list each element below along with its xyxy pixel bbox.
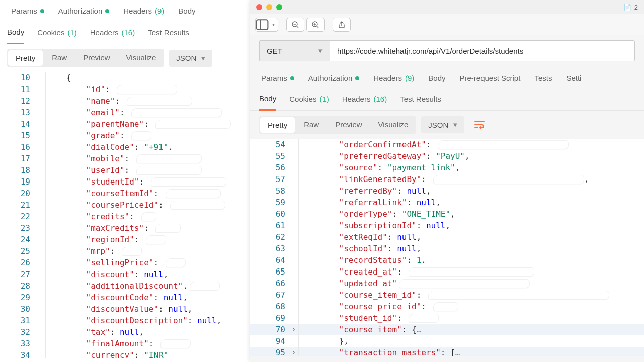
code-content: "courseItemId": — [64, 188, 221, 199]
tab-body[interactable]: Body — [178, 7, 195, 15]
code-content: "linkGeneratedBy": , — [317, 173, 589, 185]
close-window-button[interactable] — [256, 4, 262, 10]
code-content: "grade": — [64, 130, 151, 141]
line-number: 31 — [0, 315, 36, 326]
fold-gutter — [289, 243, 298, 254]
code-line: 29 "discountCode": null, — [0, 292, 250, 303]
code-line: 54 "orderConfirmedAt": — [250, 139, 644, 150]
indent-guides — [298, 347, 317, 356]
url-input[interactable]: https://code.whitehatjr.com/api/V1/order… — [330, 40, 635, 61]
line-number: 20 — [0, 188, 36, 199]
fold-gutter — [36, 303, 45, 315]
view-raw[interactable]: Raw — [296, 116, 327, 134]
code-line: 67 "course_item_id": — [250, 289, 644, 301]
chevron-right-icon: › — [292, 324, 295, 335]
response-body-code[interactable]: 54 "orderConfirmedAt": 55 "preferredGate… — [250, 139, 644, 356]
code-line: 66 "updated_at" — [250, 278, 644, 289]
response-body-code[interactable]: 10{11 "id": 12 "name": 13 "email": 14 "p… — [0, 72, 250, 358]
view-pretty[interactable]: Pretty — [260, 117, 295, 133]
code-content: "course_price_id": — [317, 301, 458, 312]
tab-settings[interactable]: Setti — [566, 74, 581, 82]
line-number: 63 — [250, 243, 289, 254]
indent-guides — [298, 254, 317, 266]
share-button[interactable] — [333, 18, 351, 32]
indent-guides — [298, 289, 317, 301]
resp-tab-cookies[interactable]: Cookies(1) — [289, 95, 329, 104]
line-number: 19 — [0, 176, 36, 188]
chevron-right-icon: › — [292, 347, 295, 356]
code-line: 20 "courseItemId": — [0, 188, 250, 199]
tab-headers[interactable]: Headers(9) — [373, 74, 414, 82]
indent-guides — [45, 268, 64, 280]
code-content: "finalAmount": — [64, 338, 191, 349]
view-raw[interactable]: Raw — [44, 49, 75, 67]
code-line: 23 "maxCredits": — [0, 222, 250, 234]
line-wrap-toggle[interactable] — [469, 116, 490, 134]
indent-guides — [298, 150, 317, 162]
tab-headers[interactable]: Headers(9) — [123, 7, 164, 15]
line-number: 13 — [0, 107, 36, 118]
tab-params[interactable]: Params — [11, 7, 44, 15]
request-tabs: Params Authorization Headers(9) Body Pre… — [250, 68, 644, 88]
tab-params[interactable]: Params — [261, 74, 294, 82]
code-content: "name": — [64, 95, 192, 107]
zoom-out-button[interactable] — [286, 18, 304, 32]
resp-tab-body[interactable]: Body — [259, 94, 276, 104]
resp-tab-headers[interactable]: Headers(16) — [90, 28, 135, 38]
view-pretty[interactable]: Pretty — [8, 50, 43, 66]
view-preview[interactable]: Preview — [327, 116, 370, 134]
minimize-window-button[interactable] — [266, 4, 272, 10]
format-select[interactable]: JSON ▾ — [421, 116, 464, 133]
code-content: "course_item": {… — [317, 324, 421, 335]
svg-line-6 — [317, 26, 318, 28]
tab-authorization[interactable]: Authorization — [58, 7, 110, 15]
line-number: 61 — [250, 220, 289, 231]
view-visualize[interactable]: Visualize — [118, 49, 165, 67]
indent-guides — [45, 141, 64, 153]
response-tabs: Body Cookies(1) Headers(16) Test Results — [0, 22, 250, 44]
view-visualize[interactable]: Visualize — [370, 116, 417, 134]
status-dot-icon — [290, 76, 294, 80]
fold-gutter[interactable]: › — [289, 347, 298, 356]
http-method-select[interactable]: GET ▾ — [259, 40, 330, 61]
format-select[interactable]: JSON ▾ — [169, 50, 212, 67]
code-content: "coursePriceId": — [64, 199, 225, 211]
zoom-in-button[interactable] — [306, 18, 325, 32]
svg-rect-0 — [257, 20, 268, 30]
resp-tab-test-results[interactable]: Test Results — [148, 28, 189, 38]
code-line: 69 "student_id": — [250, 312, 644, 324]
resp-tab-cookies[interactable]: Cookies(1) — [37, 28, 77, 38]
code-line: 18 "userId": — [0, 164, 250, 176]
tab-pre-request-script[interactable]: Pre-request Script — [460, 74, 521, 82]
code-content: "studentId": — [64, 176, 226, 188]
indent-guides — [45, 72, 64, 83]
resp-tab-test-results[interactable]: Test Results — [400, 95, 441, 104]
fold-gutter[interactable]: › — [289, 324, 298, 335]
sidebar-toggle[interactable]: ▾ — [255, 18, 278, 32]
tab-tests[interactable]: Tests — [534, 74, 552, 82]
indent-guides — [45, 118, 64, 130]
view-preview[interactable]: Preview — [75, 49, 118, 67]
code-content: "subscriptionId": null, — [317, 220, 450, 231]
fold-gutter — [289, 162, 298, 173]
code-line: 62 "extReqId": null, — [250, 231, 644, 243]
maximize-window-button[interactable] — [276, 4, 282, 10]
code-line: 60 "orderType": "ONE_TIME", — [250, 208, 644, 220]
redacted-value — [155, 120, 231, 129]
code-content: "discountValue": null, — [64, 303, 192, 315]
indent-guides — [298, 231, 317, 243]
code-content: "discountDescription": null, — [64, 315, 221, 326]
code-line: 95› "transaction_masters": [… — [250, 347, 644, 356]
code-content: "referredBy": null, — [317, 185, 431, 197]
tab-authorization[interactable]: Authorization — [308, 74, 360, 82]
redacted-value — [399, 279, 530, 288]
resp-tab-body[interactable]: Body — [7, 28, 24, 37]
tab-body[interactable]: Body — [428, 74, 445, 82]
indent-guides — [45, 245, 64, 257]
resp-tab-headers[interactable]: Headers(16) — [342, 95, 387, 104]
fold-gutter — [36, 222, 45, 234]
line-number: 10 — [0, 72, 36, 83]
indent-guides — [45, 315, 64, 326]
background-window: Params Authorization Headers(9) Body Bod… — [0, 0, 250, 362]
code-line: 57 "linkGeneratedBy": , — [250, 173, 644, 185]
